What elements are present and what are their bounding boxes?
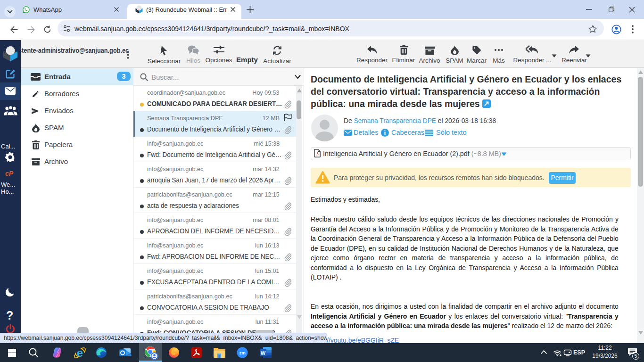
svg-text:e: e: [77, 347, 83, 359]
svg-text:W: W: [261, 350, 266, 356]
svg-text:zm: zm: [239, 350, 245, 355]
